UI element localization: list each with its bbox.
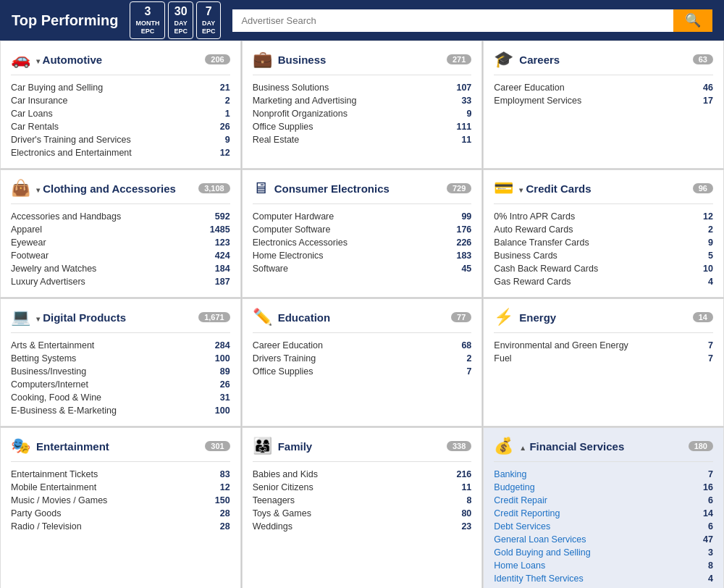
list-item-value: 2 [708,224,713,235]
list-item[interactable]: Software45 [253,262,472,275]
careers-name: Careers [519,54,560,66]
category-card-consumer-electronics: 🖥Consumer Electronics729Computer Hardwar… [242,169,483,298]
list-item-label: Real Estate [253,135,300,145]
list-item[interactable]: Gas Reward Cards4 [494,275,713,288]
list-item[interactable]: Banking7 [494,468,713,481]
list-item[interactable]: Business/Investing89 [11,365,230,378]
list-item[interactable]: Career Education68 [253,339,472,352]
list-item[interactable]: Environmental and Green Energy7 [494,339,713,352]
list-item[interactable]: General Loan Services47 [494,533,713,546]
list-item-value: 226 [456,238,471,248]
search-button[interactable]: 🔍 [673,9,712,32]
automotive-chevron-icon[interactable]: ▾ [36,57,40,65]
list-item[interactable]: Nonprofit Organizations9 [253,107,472,120]
list-item-value: 28 [220,521,230,532]
list-item[interactable]: Employment Services17 [494,94,713,107]
category-card-education: ✏️Education77Career Education68Drivers T… [242,298,483,427]
list-item[interactable]: Home Electronics183 [253,249,472,262]
credit-cards-chevron-icon[interactable]: ▾ [519,186,523,194]
list-item-label: Computer Software [253,224,331,235]
list-item[interactable]: Babies and Kids216 [253,468,472,481]
list-item-value: 7 [708,353,713,364]
list-item[interactable]: Jewelry and Watches184 [11,262,230,275]
list-item[interactable]: Office Supplies111 [253,120,472,133]
category-header-careers: 🎓Careers63 [494,50,713,75]
list-item[interactable]: Weddings23 [253,520,472,533]
list-item[interactable]: Computer Hardware99 [253,210,472,223]
list-item[interactable]: Car Loans1 [11,107,230,120]
financial-services-chevron-icon[interactable]: ▲ [519,444,526,452]
list-item[interactable]: Electronics and Entertainment12 [11,146,230,159]
list-item[interactable]: Investment Services33 [494,585,713,588]
list-item[interactable]: Accessories and Handbags592 [11,210,230,223]
list-item[interactable]: Apparel1485 [11,223,230,236]
list-item[interactable]: Credit Repair6 [494,494,713,507]
list-item[interactable]: 0% Intro APR Cards12 [494,210,713,223]
list-item[interactable]: Footwear424 [11,249,230,262]
financial-services-rows: Banking7Budgeting16Credit Repair6Credit … [494,468,713,588]
list-item[interactable]: Home Loans8 [494,559,713,572]
digital-products-chevron-icon[interactable]: ▾ [36,315,40,323]
list-item[interactable]: Mobile Entertainment12 [11,481,230,494]
list-item[interactable]: Gold Buying and Selling3 [494,546,713,559]
list-item[interactable]: Credit Reporting14 [494,507,713,520]
list-item[interactable]: Car Insurance2 [11,94,230,107]
list-item[interactable]: Driver's Training and Services9 [11,133,230,146]
clothing-chevron-icon[interactable]: ▾ [36,186,40,194]
list-item[interactable]: Music / Movies / Games150 [11,494,230,507]
list-item[interactable]: Computer Software176 [253,223,472,236]
list-item[interactable]: Eyewear123 [11,236,230,249]
energy-name: Energy [519,311,556,324]
list-item[interactable]: Fuel7 [494,352,713,365]
list-item[interactable]: Drivers Training2 [253,352,472,365]
list-item-value: 83 [220,469,230,479]
list-item-value: 100 [215,353,230,364]
list-item-label: Marketing and Advertising [253,96,357,106]
list-item[interactable]: Cash Back Reward Cards10 [494,262,713,275]
list-item-label: Accessories and Handbags [11,211,121,222]
epc-3month-button[interactable]: 3MONTHEPC [130,1,165,39]
entertainment-rows: Entertainment Tickets83Mobile Entertainm… [11,468,230,533]
list-item[interactable]: Business Solutions107 [253,81,472,94]
list-item[interactable]: Luxury Advertisers187 [11,275,230,288]
epc-7day-button[interactable]: 7DAYEPC [196,1,222,39]
list-item-value: 11 [461,482,471,492]
category-header-entertainment: 🎭Entertainment301 [11,437,230,462]
list-item[interactable]: Entertainment Tickets83 [11,468,230,481]
list-item[interactable]: Car Rentals26 [11,120,230,133]
list-item[interactable]: Computers/Internet26 [11,378,230,391]
list-item[interactable]: Party Goods28 [11,507,230,520]
list-item-label: Career Education [494,83,564,93]
list-item[interactable]: Marketing and Advertising33 [253,94,472,107]
list-item[interactable]: Balance Transfer Cards9 [494,236,713,249]
list-item[interactable]: Business Cards5 [494,249,713,262]
list-item[interactable]: Real Estate11 [253,133,472,146]
list-item[interactable]: E-Business & E-Marketing100 [11,404,230,417]
list-item[interactable]: Teenagers8 [253,494,472,507]
list-item[interactable]: Radio / Television28 [11,520,230,533]
list-item[interactable]: Toys & Games80 [253,507,472,520]
consumer-electronics-count-badge: 729 [447,183,471,193]
list-item[interactable]: Office Supplies7 [253,365,472,378]
search-input[interactable] [232,9,673,32]
list-item[interactable]: Electronics Accessories226 [253,236,472,249]
list-item-label: Gold Buying and Selling [494,547,590,558]
list-item-value: 8 [708,560,713,571]
list-item[interactable]: Cooking, Food & Wine31 [11,391,230,404]
epc-30day-button[interactable]: 30DAYEPC [168,1,193,39]
list-item[interactable]: Car Buying and Selling21 [11,81,230,94]
list-item-label: Business/Investing [11,366,86,377]
list-item[interactable]: Auto Reward Cards2 [494,223,713,236]
list-item-value: 7 [466,366,471,377]
list-item[interactable]: Senior Citizens11 [253,481,472,494]
list-item[interactable]: Arts & Entertainment284 [11,339,230,352]
list-item[interactable]: Budgeting16 [494,481,713,494]
list-item[interactable]: Identity Theft Services4 [494,572,713,585]
list-item-value: 9 [225,135,230,145]
category-header-energy: ⚡Energy14 [494,308,713,333]
energy-rows: Environmental and Green Energy7Fuel7 [494,339,713,365]
list-item[interactable]: Career Education46 [494,81,713,94]
list-item[interactable]: Debt Services6 [494,520,713,533]
category-header-education: ✏️Education77 [253,308,472,333]
list-item[interactable]: Betting Systems100 [11,352,230,365]
